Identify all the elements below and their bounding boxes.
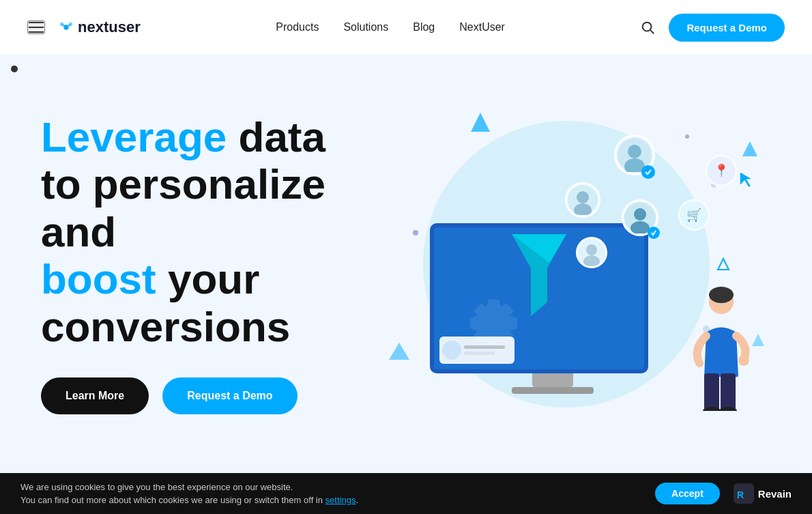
search-icon	[640, 20, 655, 35]
revain-label: Revain	[758, 488, 792, 500]
cookie-banner: We are using cookies to give you the bes…	[0, 473, 812, 514]
nav-item-blog[interactable]: Blog	[413, 21, 435, 33]
avatar-badge-3	[648, 227, 660, 239]
geo-dot-4	[413, 230, 418, 235]
monitor-screen	[430, 223, 648, 373]
svg-marker-11	[718, 259, 729, 270]
dot-decoration	[11, 66, 18, 72]
avatar-4	[576, 237, 607, 268]
navigation: nextuser Products Solutions Blog NextUse…	[0, 0, 812, 55]
accept-cookie-button[interactable]: Accept	[655, 483, 720, 504]
svg-point-22	[628, 145, 641, 158]
request-demo-button[interactable]: Request a Demo	[162, 377, 297, 414]
svg-text:R: R	[737, 489, 744, 500]
cursor-icon	[737, 169, 759, 190]
avatar-badge-1	[641, 165, 655, 179]
geo-triangle-2	[742, 141, 757, 156]
cookie-settings-link[interactable]: settings	[325, 495, 356, 505]
svg-marker-33	[740, 171, 753, 188]
heading-your: your	[156, 255, 260, 302]
learn-more-button[interactable]: Learn More	[41, 377, 149, 414]
monitor	[430, 223, 676, 408]
heading-personalize: to personalize and	[41, 160, 325, 255]
svg-point-20	[738, 355, 749, 366]
svg-point-5	[643, 23, 652, 31]
hamburger-line	[29, 22, 44, 23]
logo-text: nextuser	[78, 18, 141, 36]
nav-right: Request a Demo	[640, 14, 785, 42]
nav-item-solutions[interactable]: Solutions	[343, 21, 388, 33]
nav-request-demo-button[interactable]: Request a Demo	[669, 14, 785, 42]
location-bubble: 📍	[706, 155, 737, 186]
nav-item-nextuser[interactable]: NextUser	[459, 21, 505, 33]
hero-illustration: 🛒 📍	[389, 100, 771, 428]
logo-icon	[59, 20, 74, 35]
monitor-stand	[532, 373, 573, 387]
cookie-text: We are using cookies to give you the bes…	[20, 481, 358, 507]
hamburger-line	[29, 27, 44, 28]
revain-logo-icon: R	[734, 483, 754, 504]
cart-bubble: 🛒	[678, 199, 710, 231]
svg-rect-16	[704, 373, 719, 411]
heading-boost: boost	[41, 255, 156, 302]
hero-heading: Leverage data to personalize and boost y…	[41, 113, 389, 350]
heading-conversions: conversions	[41, 303, 290, 350]
cookie-right: Accept R Revain	[655, 483, 792, 504]
hero-buttons: Learn More Request a Demo	[41, 377, 389, 414]
svg-marker-10	[389, 343, 409, 360]
svg-point-28	[634, 208, 646, 220]
nav-left: nextuser	[27, 18, 141, 36]
svg-rect-17	[721, 373, 736, 411]
monitor-base	[512, 387, 594, 394]
hero-text: Leverage data to personalize and boost y…	[41, 113, 389, 414]
hero-section: Leverage data to personalize and boost y…	[0, 55, 812, 473]
funnel-icon	[505, 234, 573, 330]
nav-item-products[interactable]: Products	[276, 21, 319, 33]
svg-point-31	[586, 244, 597, 255]
heading-data: data	[227, 113, 325, 160]
svg-line-6	[651, 30, 654, 33]
geo-triangle-1	[471, 113, 490, 132]
logo-link[interactable]: nextuser	[59, 18, 141, 36]
cookie-text-line1: We are using cookies to give you the bes…	[20, 482, 293, 492]
screen-card	[439, 337, 514, 364]
svg-marker-8	[742, 141, 757, 156]
nav-links: Products Solutions Blog NextUser	[276, 21, 505, 33]
person-figure	[689, 281, 754, 411]
geo-triangle-5	[716, 257, 730, 271]
revain-logo: R Revain	[734, 483, 792, 504]
geo-dot-2	[685, 134, 689, 139]
heading-leverage: Leverage	[41, 113, 227, 160]
hamburger-button[interactable]	[27, 20, 45, 34]
svg-marker-7	[471, 113, 490, 132]
avatar-2	[565, 182, 600, 218]
cookie-text-line2: You can find out more about which cookie…	[20, 495, 323, 505]
hamburger-line	[29, 31, 44, 33]
svg-point-25	[577, 191, 589, 203]
svg-point-15	[709, 287, 734, 303]
geo-triangle-4	[389, 343, 409, 360]
search-button[interactable]	[640, 20, 655, 35]
